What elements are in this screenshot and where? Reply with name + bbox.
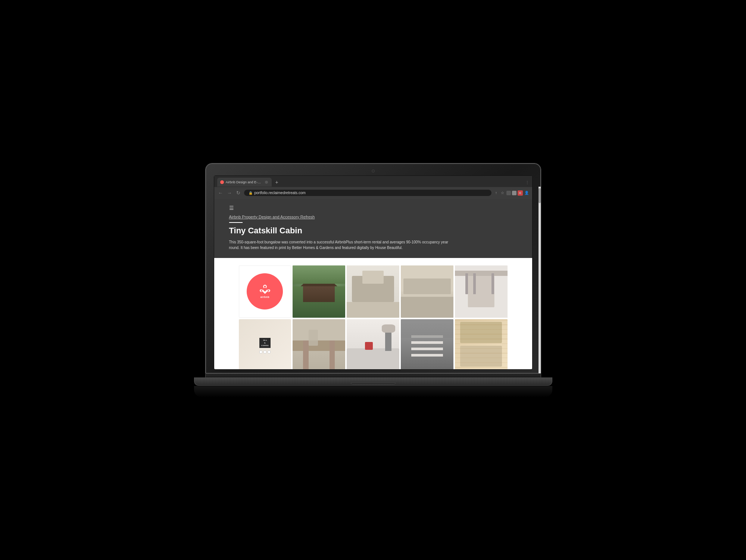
profile-icon[interactable]: 👤	[524, 190, 529, 196]
gallery-cell-stairs[interactable]	[401, 319, 453, 369]
gallery-cell-kitchen[interactable]	[401, 265, 453, 318]
gallery-section: airbnb	[214, 258, 532, 369]
new-tab-button[interactable]: +	[273, 179, 281, 185]
camera	[372, 169, 375, 172]
screen: Airbnb Design and E-Design \ ... + ⋮ ← →…	[214, 175, 533, 370]
page-title: Tiny Catskill Cabin	[229, 226, 517, 236]
laptop-reflection	[194, 386, 552, 397]
laptop-hinge	[205, 374, 541, 377]
toolbar-actions: ↑ ☆ ◉ 👤	[494, 190, 529, 196]
gallery-cell-coffee[interactable]: TEA&COFFEE	[239, 319, 291, 369]
gallery-cell-exterior[interactable]	[293, 265, 345, 318]
forward-button[interactable]: →	[226, 190, 233, 196]
tab-title: Airbnb Design and E-Design \ ...	[226, 180, 263, 184]
tab-favicon	[220, 180, 224, 184]
gallery-cell-bunk[interactable]	[455, 319, 508, 369]
browser-tab[interactable]: Airbnb Design and E-Design \ ...	[217, 178, 272, 187]
trackpad-notch	[351, 383, 396, 385]
tab-bar: Airbnb Design and E-Design \ ... + ⋮	[214, 176, 532, 187]
gallery-grid: airbnb	[239, 265, 508, 369]
breadcrumb[interactable]: Airbnb Property Design and Accessory Ref…	[229, 215, 517, 219]
lock-icon: 🔒	[249, 191, 253, 195]
extension-icon-2[interactable]	[512, 191, 516, 195]
laptop-base	[194, 377, 552, 386]
laptop-mockup: Airbnb Design and E-Design \ ... + ⋮ ← →…	[205, 163, 541, 397]
title-divider	[229, 222, 243, 223]
gallery-cell-sofa-lamp[interactable]	[347, 319, 399, 369]
refresh-button[interactable]: ↻	[235, 190, 242, 196]
gallery-cell-airbnb-logo[interactable]: airbnb	[239, 265, 291, 318]
url-text: portfolio.reclaimedretreats.com	[255, 191, 306, 195]
screen-bezel: Airbnb Design and E-Design \ ... + ⋮ ← →…	[205, 163, 541, 374]
tab-close-button[interactable]	[265, 181, 268, 184]
coffee-sign: TEA&COFFEE	[259, 338, 271, 348]
window-controls: ⋮	[525, 180, 529, 184]
back-button[interactable]: ←	[217, 190, 224, 196]
extension-icon-colorful[interactable]: ◉	[518, 190, 523, 196]
airbnb-logo-circle: airbnb	[247, 273, 283, 309]
airbnb-symbol-svg	[260, 284, 270, 295]
page-content[interactable]: ☰ Airbnb Property Design and Accessory R…	[214, 199, 532, 369]
page-header: ☰ Airbnb Property Design and Accessory R…	[214, 199, 532, 258]
address-bar[interactable]: 🔒 portfolio.reclaimedretreats.com	[244, 190, 491, 196]
address-bar-row: ← → ↻ 🔒 portfolio.reclaimedretreats.com …	[214, 187, 532, 199]
page-description: This 350-square-foot bungalow was conver…	[229, 239, 453, 251]
gallery-cell-wall-hooks[interactable]	[455, 265, 508, 318]
tab-bar-right: ⋮	[525, 180, 529, 185]
browser-chrome: Airbnb Design and E-Design \ ... + ⋮ ← →…	[214, 176, 532, 369]
share-icon[interactable]: ↑	[494, 190, 499, 196]
bookmark-icon[interactable]: ☆	[500, 190, 505, 196]
gallery-cell-living1[interactable]	[347, 265, 399, 318]
gallery-cell-desk[interactable]	[293, 319, 345, 369]
airbnb-text-label: airbnb	[260, 295, 269, 299]
hamburger-menu[interactable]: ☰	[229, 205, 517, 211]
extension-icon-1[interactable]	[506, 191, 511, 195]
